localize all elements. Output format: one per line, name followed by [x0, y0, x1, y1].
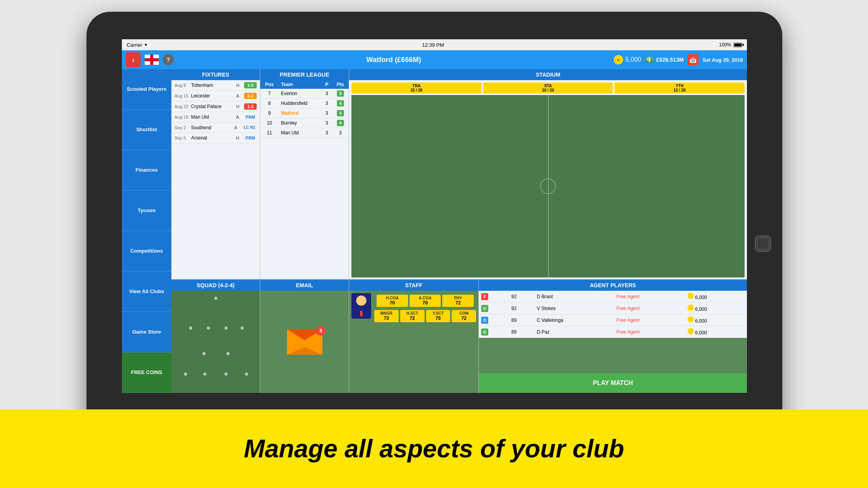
agent-row[interactable]: F 92 D Brant Free Agent 6,000 — [479, 291, 747, 303]
league-table: Pos Team P Pts 7 Everton 3 — [260, 80, 349, 138]
agent-table-container: F 92 D Brant Free Agent 6,000 G 92 — [479, 291, 747, 338]
bottom-right-field — [479, 338, 747, 373]
staff-item-acoa: A.COA 70 — [410, 295, 441, 307]
staff-item-com: COM 72 — [452, 310, 476, 322]
fixture-row[interactable]: Aug 15 Leicester A 2-2 — [171, 91, 260, 101]
staff-panel: STAFF — [349, 280, 479, 393]
squad-panel: SQUAD (4-2-4) — [171, 280, 260, 393]
stadium-top-stands: TRA 15 / 20 STA 10 / 20 YTH 12 / 20 — [349, 80, 747, 94]
fixtures-header: FIXTURES — [171, 69, 260, 80]
sidebar-item-view-all-clubs[interactable]: View All Clubs — [122, 272, 171, 312]
email-badge: 3 — [316, 326, 326, 336]
sidebar-item-competitions[interactable]: Competitions — [122, 231, 171, 272]
col-p: P — [321, 80, 332, 89]
agent-header: AGENT PLAYERS — [479, 280, 747, 291]
banner-text: Manage all aspects of your club — [244, 434, 624, 463]
stand-yth: YTH 12 / 20 — [614, 83, 745, 94]
fixtures-panel: FIXTURES Aug 8 Tottenham H 1-0 Aug 15 Le… — [171, 69, 260, 279]
fixture-row[interactable]: Sep 5 Arsenal H PRM — [171, 133, 260, 143]
sidebar-item-game-store[interactable]: Game Store — [122, 312, 171, 352]
squad-field — [171, 291, 260, 393]
sidebar-item-tycoon[interactable]: Tycoon — [122, 191, 171, 231]
fixture-row[interactable]: Aug 8 Tottenham H 1-0 — [171, 80, 260, 91]
tablet-screen: Carrier ▾ 12:39 PM 100% ‹ ? Watford (£66… — [122, 39, 747, 393]
balance-display: 💵 £526.513M — [645, 55, 684, 64]
sidebar-item-free-coins[interactable]: FREE COINS — [122, 352, 171, 393]
coin-icon — [688, 293, 694, 299]
coin-icon — [688, 328, 694, 334]
manager-avatar — [351, 293, 371, 319]
staff-item-mngr: MNGR 73 — [374, 310, 399, 322]
email-content[interactable]: 3 — [260, 291, 349, 393]
help-button[interactable]: ? — [163, 54, 174, 65]
agent-table: F 92 D Brant Free Agent 6,000 G 92 — [479, 291, 747, 338]
staff-header: STAFF — [349, 280, 478, 291]
promo-banner: Manage all aspects of your club — [0, 409, 868, 488]
fixture-row[interactable]: Sep 2 Southend A LC R2 — [171, 123, 260, 133]
stadium-panel: STADIUM TRA 15 / 20 STA 10 / 20 — [349, 69, 747, 279]
staff-grid: H.COA 70 A.COA 70 PHY — [374, 293, 476, 308]
agent-row[interactable]: D 89 C Vallelonga Free Agent 6,000 — [479, 314, 747, 326]
col-pos: Pos — [260, 80, 279, 89]
staff-item-hcoa: H.COA 70 — [377, 295, 408, 307]
staff-item-hsct: H.SCT 72 — [400, 310, 425, 322]
league-panel: PREMIER LEAGUE Pos Team P Pts — [260, 69, 349, 279]
money-icon: 💵 — [645, 55, 654, 64]
pos-badge: G — [481, 328, 488, 336]
app-header: ‹ ? Watford (£666M) ● 5,000 💵 £526.513M … — [122, 50, 747, 69]
date-value: Sat Aug 29, 2018 — [702, 57, 743, 63]
stand-sta: STA 10 / 20 — [483, 83, 613, 94]
email-header: EMAIL — [260, 280, 349, 291]
carrier-text: Carrier — [127, 42, 142, 48]
col-pts: Pts — [332, 80, 349, 89]
country-flag — [145, 55, 159, 65]
agent-panel: AGENT PLAYERS F 92 D Brant Free Agent — [479, 280, 747, 393]
league-row: 8 Huddersfield 3 4 — [260, 99, 349, 108]
battery-icon — [734, 43, 742, 47]
league-row: 7 Everton 3 5 — [260, 89, 349, 99]
league-row: 10 Burnley 3 4 — [260, 118, 349, 128]
sidebar-item-finances[interactable]: Finances — [122, 150, 171, 191]
squad-header: SQUAD (4-2-4) — [171, 280, 260, 291]
pos-badge: F — [481, 293, 488, 300]
balance-value: £526.513M — [656, 57, 684, 63]
sidebar-item-shortlist[interactable]: Shortlist — [122, 110, 171, 150]
coin-icon — [688, 305, 694, 311]
staff-item-phy: PHY 72 — [442, 295, 474, 307]
stand-tra: TRA 15 / 20 — [351, 83, 482, 94]
league-header: PREMIER LEAGUE — [260, 69, 349, 80]
pitch-area — [351, 95, 745, 277]
calendar-icon[interactable]: 📅 — [688, 54, 699, 65]
coin-icon: ● — [614, 55, 623, 64]
play-match-button[interactable]: PLAY MATCH — [479, 373, 747, 393]
time-display: 12:39 PM — [422, 42, 444, 48]
staff-item-ysct: Y.SCT 70 — [426, 310, 451, 322]
battery-text: 100% — [719, 42, 731, 48]
club-title: Watford (£666M) — [178, 56, 610, 64]
coins-display: ● 5,000 — [614, 55, 641, 64]
fixture-row[interactable]: Aug 29 Man Utd A PRM — [171, 112, 260, 123]
status-bar: Carrier ▾ 12:39 PM 100% — [122, 39, 747, 50]
staff-content: H.COA 70 A.COA 70 PHY — [349, 291, 478, 393]
email-panel: EMAIL 3 — [260, 280, 349, 393]
tablet-shell: Carrier ▾ 12:39 PM 100% ‹ ? Watford (£66… — [86, 12, 782, 475]
stadium-visualization: TRA 15 / 20 STA 10 / 20 YTH 12 / 20 — [349, 80, 747, 290]
agent-row[interactable]: G 89 D Paz Free Agent 6,000 — [479, 326, 747, 338]
sidebar-item-scouted-players[interactable]: Scouted Players — [122, 69, 171, 110]
back-button[interactable]: ‹ — [126, 52, 141, 67]
email-envelope[interactable]: 3 — [287, 329, 322, 355]
fixture-row[interactable]: Aug 22 Crystal Palace H 1-3 — [171, 101, 260, 112]
league-row: 11 Man Utd 3 3 — [260, 128, 349, 138]
stadium-header: STADIUM — [349, 69, 747, 80]
home-button[interactable] — [755, 235, 771, 252]
col-team: Team — [279, 80, 322, 89]
coins-value: 5,000 — [625, 56, 641, 63]
agent-row[interactable]: G 92 V Stokes Free Agent 6,000 — [479, 303, 747, 314]
league-row-watford: 9 Watford 3 4 — [260, 108, 349, 118]
wifi-icon: ▾ — [145, 42, 147, 48]
coin-icon — [688, 316, 694, 323]
pos-badge: D — [481, 317, 488, 324]
pos-badge: G — [481, 305, 488, 312]
sidebar: Scouted Players Shortlist Finances Tycoo… — [122, 69, 171, 393]
